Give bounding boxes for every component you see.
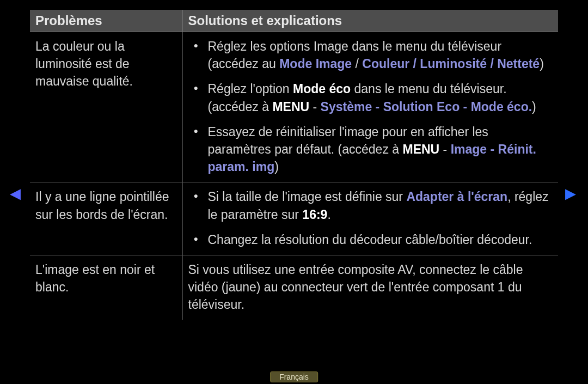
text: ) [540, 57, 544, 71]
bold-text: MENU [402, 142, 439, 156]
text: ) [274, 160, 279, 174]
solution-cell: Si vous utilisez une entrée composite AV… [182, 255, 558, 320]
solution-item: Réglez les options Image dans le menu du… [188, 38, 553, 72]
text: Réglez l'option [208, 82, 293, 96]
problem-cell: Il y a une ligne pointillée sur les bord… [30, 182, 182, 255]
troubleshooting-table: Problèmes Solutions et explications La c… [30, 10, 558, 320]
bold-text: Mode éco [293, 82, 351, 96]
solution-item: Si la taille de l'image est définie sur … [188, 188, 553, 223]
table-row: La couleur ou la luminosité est de mauva… [30, 32, 558, 182]
text: / [352, 57, 362, 71]
solution-item: Si vous utilisez une entrée composite AV… [188, 261, 553, 314]
problem-cell: L'image est en noir et blanc. [30, 255, 182, 320]
troubleshooting-table-container: Problèmes Solutions et explications La c… [30, 10, 558, 320]
text: - [439, 142, 450, 156]
header-solutions: Solutions et explications [182, 10, 558, 32]
solution-cell: Si la taille de l'image est définie sur … [182, 182, 558, 255]
bold-text: 16:9 [302, 208, 327, 222]
text: Si la taille de l'image est définie sur [208, 190, 407, 204]
solution-item: Essayez de réinitialiser l'image pour en… [188, 123, 553, 176]
link-text: Couleur / Luminosité / Netteté [362, 57, 540, 71]
text: - [309, 100, 320, 114]
next-arrow[interactable]: ▶ [565, 185, 576, 202]
prev-arrow[interactable]: ◀ [10, 185, 21, 202]
link-text: Système - Solution Eco - Mode éco. [321, 100, 532, 114]
header-problems: Problèmes [30, 10, 182, 32]
link-text: Adapter à l'écran [406, 190, 507, 204]
solution-cell: Réglez les options Image dans le menu du… [182, 32, 558, 182]
table-row: Il y a une ligne pointillée sur les bord… [30, 182, 558, 255]
table-row: L'image est en noir et blanc.Si vous uti… [30, 255, 558, 320]
text: . [327, 208, 330, 222]
text: ) [532, 100, 536, 114]
bold-text: MENU [272, 100, 309, 114]
text: Si vous utilisez une entrée composite AV… [188, 263, 523, 312]
link-text: Mode Image [279, 57, 352, 71]
language-badge: Français [270, 371, 318, 382]
text: Changez la résolution du décodeur câble/… [208, 233, 532, 247]
problem-cell: La couleur ou la luminosité est de mauva… [30, 32, 182, 182]
solution-item: Changez la résolution du décodeur câble/… [188, 231, 553, 248]
solution-item: Réglez l'option Mode éco dans le menu du… [188, 80, 553, 115]
